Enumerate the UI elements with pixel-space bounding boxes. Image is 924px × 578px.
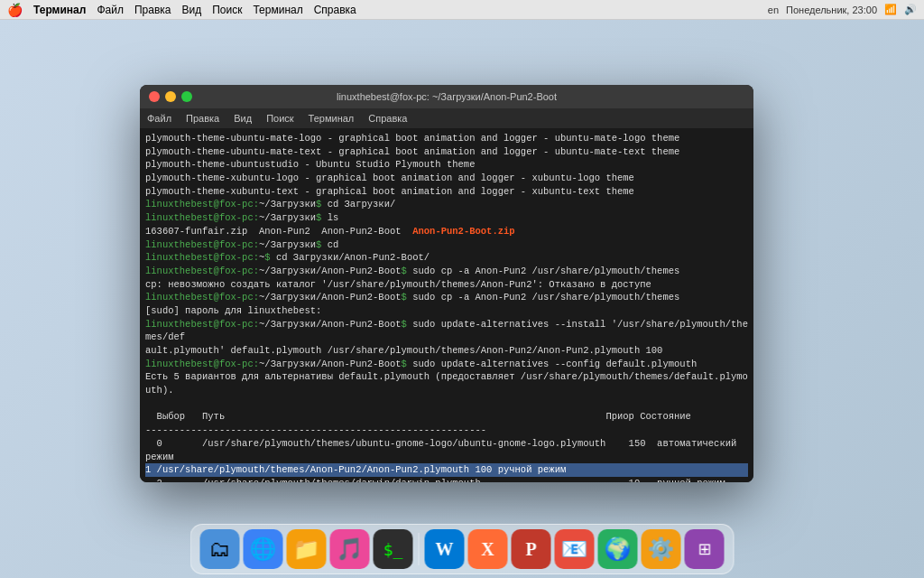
menu-help[interactable]: Справка — [314, 4, 356, 16]
dock-browser[interactable]: 🌐 — [244, 529, 283, 569]
minimize-button[interactable] — [165, 91, 176, 102]
tmenu-file[interactable]: Файл — [147, 113, 171, 124]
menu-bar: 🍎 Терминал Файл Правка Вид Поиск Термина… — [0, 0, 924, 20]
dock-mail[interactable]: 📧 — [555, 529, 595, 569]
terminal-line: ault.plymouth' default.plymouth /usr/sha… — [145, 344, 748, 358]
terminal-line: ----------------------------------------… — [145, 424, 748, 437]
terminal-body[interactable]: plymouth-theme-ubuntu-mate-logo - graphi… — [140, 128, 753, 482]
terminal-line: linuxthebest@fox-pc:~/Загрузки/Anon-Pun2… — [145, 265, 748, 278]
terminal-line: linuxthebest@fox-pc:~/Загрузки/Anon-Pun2… — [145, 358, 748, 371]
terminal-titlebar: linuxthebest@fox-pc: ~/Загрузки/Anon-Pun… — [140, 85, 753, 108]
menu-search[interactable]: Поиск — [212, 4, 242, 16]
terminal-line: режим — [145, 451, 748, 464]
terminal-line: plymouth-theme-ubuntu-mate-text - graphi… — [145, 145, 748, 159]
terminal-line: Выбор Путь Приор Состояние — [145, 410, 748, 424]
dock-web[interactable]: 🌍 — [598, 529, 638, 569]
dock-word[interactable]: W — [425, 529, 465, 569]
wifi-icon: 📶 — [884, 4, 897, 15]
terminal-line: plymouth-theme-ubuntu-mate-logo - graphi… — [145, 132, 748, 145]
dock: 🗂 🌐 📁 🎵 $_ W X P 📧 🌍 ⚙️ ⊞ — [190, 524, 735, 574]
menu-bar-right: en Понедельник, 23:00 📶 🔊 — [768, 4, 917, 15]
terminal-line: plymouth-theme-xubuntu-text - graphical … — [145, 185, 748, 199]
locale-indicator: en — [768, 5, 779, 15]
dock-terminal[interactable]: $_ — [374, 529, 413, 569]
desktop: linuxthebest@fox-pc: ~/Загрузки/Anon-Pun… — [0, 20, 924, 578]
terminal-line-selected: 1 /usr/share/plymouth/themes/Anon-Pun2/A… — [145, 463, 748, 477]
tmenu-help[interactable]: Справка — [368, 113, 407, 124]
terminal-line: linuxthebest@fox-pc:~/Загрузки$ cd — [145, 238, 748, 252]
app-name[interactable]: Терминал — [33, 4, 86, 16]
dock-settings[interactable]: ⚙️ — [642, 529, 681, 569]
terminal-line: [sudo] пароль для linuxthebest: — [145, 304, 748, 318]
close-button[interactable] — [149, 91, 160, 102]
terminal-title: linuxthebest@fox-pc: ~/Загрузки/Anon-Pun… — [337, 91, 557, 102]
window-buttons — [149, 91, 192, 102]
dock-finder[interactable]: 🗂 — [200, 529, 240, 569]
terminal-line: 2 /usr/share/plymouth/themes/darwin/darw… — [145, 477, 748, 482]
tmenu-edit[interactable]: Правка — [186, 113, 219, 124]
terminal-line: 0 /usr/share/plymouth/themes/ubuntu-gnom… — [145, 437, 748, 451]
terminal-line: linuxthebest@fox-pc:~/Загрузки$ ls — [145, 211, 748, 225]
dock-apps[interactable]: ⊞ — [685, 529, 725, 569]
tmenu-terminal[interactable]: Терминал — [309, 113, 355, 124]
maximize-button[interactable] — [181, 91, 192, 102]
terminal-line: Есть 5 вариантов для альтернативы defaul… — [145, 370, 748, 396]
datetime: Понедельник, 23:00 — [786, 5, 877, 15]
menu-bar-left: 🍎 Терминал Файл Правка Вид Поиск Термина… — [7, 3, 356, 17]
terminal-line: linuxthebest@fox-pc:~/Загрузки/Anon-Pun2… — [145, 318, 748, 344]
terminal-line: linuxthebest@fox-pc:~/Загрузки$ cd Загру… — [145, 198, 748, 211]
terminal-line: linuxthebest@fox-pc:~$ cd Загрузки/Anon-… — [145, 251, 748, 265]
terminal-line: cp: невозможно создать каталог '/usr/sha… — [145, 278, 748, 292]
terminal-line: plymouth-theme-ubuntustudio - Ubuntu Stu… — [145, 158, 748, 172]
dock-music[interactable]: 🎵 — [330, 529, 370, 569]
dock-x[interactable]: X — [468, 529, 508, 569]
volume-icon: 🔊 — [904, 4, 917, 15]
menu-terminal[interactable]: Терминал — [253, 4, 302, 16]
terminal-line: 163607-funfair.zip Anon-Pun2 Anon-Pun2-B… — [145, 225, 748, 238]
dock-files[interactable]: 📁 — [287, 529, 327, 569]
terminal-line — [145, 397, 748, 411]
dock-present[interactable]: P — [512, 529, 551, 569]
menu-view[interactable]: Вид — [181, 4, 201, 16]
apple-menu[interactable]: 🍎 — [7, 3, 23, 17]
terminal-menu: Файл Правка Вид Поиск Терминал Справка — [140, 108, 753, 128]
tmenu-search[interactable]: Поиск — [266, 113, 293, 124]
terminal-window: linuxthebest@fox-pc: ~/Загрузки/Anon-Pun… — [140, 85, 753, 482]
terminal-line: plymouth-theme-xubuntu-logo - graphical … — [145, 172, 748, 185]
menu-edit[interactable]: Правка — [134, 4, 171, 16]
tmenu-view[interactable]: Вид — [234, 113, 252, 124]
menu-file[interactable]: Файл — [97, 4, 124, 16]
terminal-line: linuxthebest@fox-pc:~/Загрузки/Anon-Pun2… — [145, 291, 748, 304]
dock-separator — [419, 533, 420, 565]
